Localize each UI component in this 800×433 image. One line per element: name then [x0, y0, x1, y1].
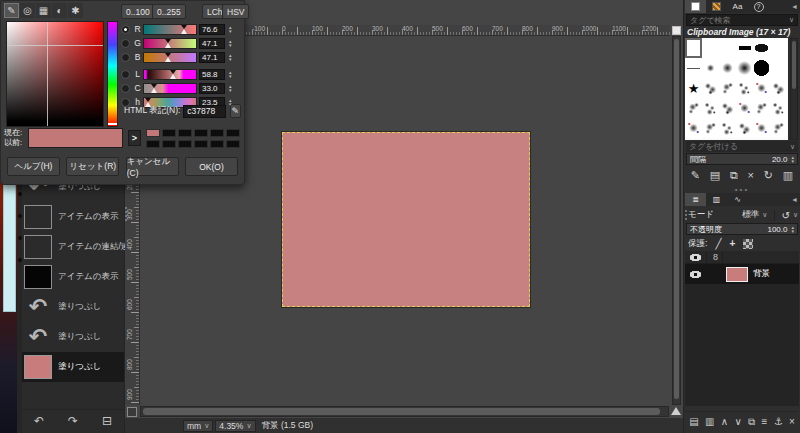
- brush-cell-tex1[interactable]: [770, 78, 787, 98]
- palette-swatch-2[interactable]: [178, 129, 192, 137]
- palette-swatch-3[interactable]: [194, 129, 208, 137]
- channel-value-G[interactable]: 47.1: [199, 38, 225, 49]
- vertical-scrollbar-thumb[interactable]: [674, 39, 679, 399]
- brush-cell-soft1[interactable]: [702, 58, 719, 78]
- channel-track-B[interactable]: [143, 52, 197, 63]
- dock-grip[interactable]: [685, 208, 688, 222]
- navigation-icon[interactable]: [670, 405, 681, 417]
- brush-cell-tex2[interactable]: [753, 98, 770, 118]
- brush-cell-tex2[interactable]: [719, 78, 736, 98]
- watercolor-selector-tab[interactable]: ◎: [20, 3, 35, 18]
- hsv-button[interactable]: HSV: [222, 4, 249, 19]
- brush-cell-soft3[interactable]: [736, 58, 753, 78]
- raise-layer-button[interactable]: ∧: [721, 416, 728, 427]
- spinner-icon[interactable]: ▴▾: [791, 155, 794, 163]
- brush-cell-tex1[interactable]: [736, 118, 753, 138]
- brush-cell-sel[interactable]: [685, 38, 702, 58]
- horizontal-scrollbar[interactable]: [140, 406, 669, 417]
- spinner-icon[interactable]: ▴▾: [229, 25, 232, 33]
- duplicate-brush-button[interactable]: ⧉: [730, 169, 738, 182]
- lower-layer-button[interactable]: ∨: [734, 416, 741, 427]
- gimp-selector-tab[interactable]: ✎: [4, 3, 19, 18]
- refresh-brushes-button[interactable]: ↻: [764, 169, 773, 182]
- eye-icon[interactable]: [689, 270, 702, 279]
- horizontal-scrollbar-thumb[interactable]: [143, 408, 660, 415]
- open-brush-as-image-button[interactable]: ▥: [783, 169, 793, 182]
- palette-swatch-9[interactable]: [194, 140, 208, 148]
- palette-swatch-8[interactable]: [178, 140, 192, 148]
- brush-spacing-slider[interactable]: 間隔 20.0 ▴▾: [686, 153, 798, 165]
- patterns-tab[interactable]: [706, 0, 727, 13]
- brush-grid-scrollbar[interactable]: [790, 38, 798, 140]
- layer-thumbnail[interactable]: [726, 267, 748, 282]
- new-brush-button[interactable]: ▤: [710, 169, 720, 182]
- zoom-fit-icon[interactable]: [672, 26, 681, 35]
- eye-icon[interactable]: [689, 253, 702, 262]
- redo-button[interactable]: ↷: [68, 414, 78, 428]
- brush-cell-tex3[interactable]: [736, 78, 753, 98]
- brush-cell-tex4[interactable]: [753, 78, 770, 98]
- lock-paint-icon[interactable]: ╱: [715, 238, 721, 249]
- palette-swatch-7[interactable]: [162, 140, 176, 148]
- link-icon[interactable]: 8: [713, 252, 718, 262]
- history-item[interactable]: ↶塗りつぶし: [22, 292, 124, 322]
- cmyk-selector-tab[interactable]: ▦: [36, 3, 51, 18]
- brush-cell-blank[interactable]: [702, 38, 719, 58]
- brush-cell-tex4[interactable]: [685, 118, 702, 138]
- history-item[interactable]: ↶塗りつぶし: [22, 322, 124, 352]
- wheel-selector-tab[interactable]: ◐: [52, 3, 67, 18]
- undo-button[interactable]: ↶: [34, 414, 44, 428]
- brush-cell-tex2[interactable]: [702, 118, 719, 138]
- merge-layer-button[interactable]: ≡: [762, 416, 768, 427]
- palette-expand-button[interactable]: >: [128, 130, 141, 146]
- palette-swatch-4[interactable]: [210, 129, 224, 137]
- spinner-icon[interactable]: ▴▾: [229, 39, 232, 47]
- eyedropper-icon[interactable]: ✎: [230, 104, 241, 118]
- document-history-tab[interactable]: ?: [748, 0, 769, 13]
- palette-swatch-10[interactable]: [210, 140, 224, 148]
- html-notation-input[interactable]: c37878: [183, 105, 225, 118]
- channel-radio-B[interactable]: [121, 53, 130, 62]
- tab-menu-icon[interactable]: ◄: [791, 196, 798, 203]
- channel-radio-C[interactable]: [121, 84, 130, 93]
- canvas-image-selection[interactable]: [282, 132, 530, 307]
- palette-selector-tab[interactable]: ✱: [68, 3, 83, 18]
- spinner-icon[interactable]: ▴▾: [229, 70, 232, 78]
- brush-cell-star[interactable]: ★: [685, 78, 702, 98]
- channels-tab[interactable]: ▥: [706, 193, 727, 206]
- history-item[interactable]: アイテムの連結/連結解除: [22, 232, 124, 262]
- spinner-icon[interactable]: ▴▾: [791, 225, 794, 233]
- palette-swatch-1[interactable]: [162, 129, 176, 137]
- range-0-100-button[interactable]: 0..100: [121, 4, 155, 19]
- brush-cell-tex3[interactable]: [719, 118, 736, 138]
- brush-cell-pill[interactable]: [753, 38, 770, 58]
- channel-track-R[interactable]: [143, 24, 197, 35]
- brush-cell-tex1[interactable]: [702, 78, 719, 98]
- channel-radio-G[interactable]: [121, 39, 130, 48]
- opacity-slider[interactable]: 不透明度 100.0 ▴▾: [686, 223, 798, 235]
- brush-cell-blank[interactable]: [770, 58, 787, 78]
- brush-cell-disc[interactable]: [753, 58, 770, 78]
- ok-button[interactable]: OK(O): [185, 157, 238, 176]
- brush-cell-tex4[interactable]: [736, 98, 753, 118]
- brush-cell-line[interactable]: [685, 58, 702, 78]
- layer-list-empty[interactable]: [685, 284, 799, 406]
- palette-swatch-5[interactable]: [226, 129, 240, 137]
- mode-select[interactable]: 標準 ∨: [742, 209, 767, 221]
- lock-alpha-icon[interactable]: [743, 239, 753, 249]
- history-item[interactable]: 塗りつぶし: [22, 352, 124, 382]
- delete-brush-button[interactable]: ×: [748, 169, 754, 181]
- unit-select[interactable]: mm∨: [183, 420, 213, 432]
- channel-value-C[interactable]: 33.0: [199, 83, 225, 94]
- layers-tab[interactable]: ≣: [685, 193, 706, 206]
- tag-assign-input[interactable]: タグを付ける ∨: [686, 141, 798, 152]
- quickmask-toggle[interactable]: [127, 407, 137, 417]
- anchor-layer-button[interactable]: ⚓: [774, 416, 783, 427]
- paths-tab[interactable]: ∿: [727, 193, 748, 206]
- spinner-icon[interactable]: ▴▾: [229, 84, 232, 92]
- brush-cell-soft2[interactable]: [719, 58, 736, 78]
- history-item[interactable]: アイテムの表示: [22, 262, 124, 292]
- fonts-tab[interactable]: Aa: [727, 0, 748, 13]
- range-0-255-button[interactable]: 0..255: [152, 4, 186, 19]
- channel-track-L[interactable]: [143, 69, 197, 80]
